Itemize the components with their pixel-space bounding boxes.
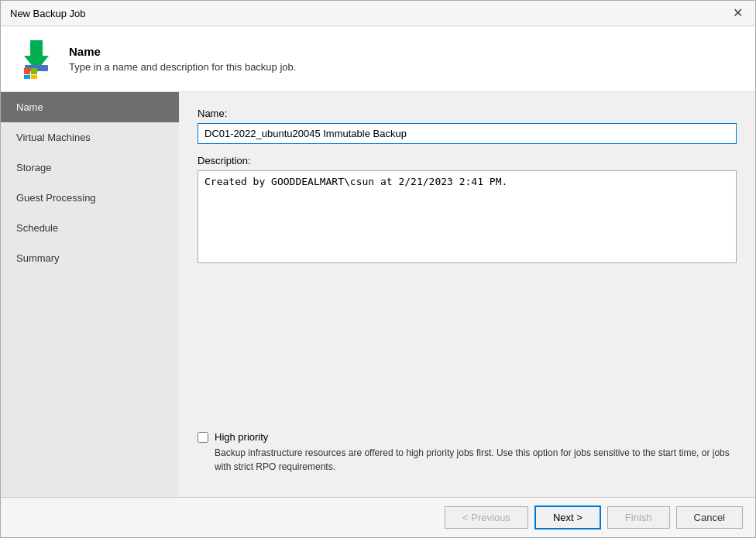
finish-button[interactable]: Finish xyxy=(607,506,670,529)
high-priority-checkbox[interactable] xyxy=(198,432,208,443)
next-button[interactable]: Next > xyxy=(534,505,601,529)
previous-button[interactable]: < Previous xyxy=(445,506,528,529)
sidebar-item-storage[interactable]: Storage xyxy=(1,152,179,183)
svg-rect-2 xyxy=(24,68,30,74)
new-backup-job-dialog: New Backup Job ✕ Name Type in a name and… xyxy=(0,0,756,538)
description-field-label: Description: xyxy=(198,155,737,166)
svg-rect-4 xyxy=(24,75,30,79)
sidebar-item-summary[interactable]: Summary xyxy=(1,243,179,273)
sidebar-item-virtual-machines[interactable]: Virtual Machines xyxy=(1,122,179,152)
content-area: Name Virtual Machines Storage Guest Proc… xyxy=(1,92,755,497)
main-panel: Name: Description: High priority Backup … xyxy=(179,92,755,497)
high-priority-label[interactable]: High priority xyxy=(215,431,268,443)
svg-rect-3 xyxy=(31,68,37,74)
sidebar-item-guest-processing[interactable]: Guest Processing xyxy=(1,183,179,213)
svg-rect-5 xyxy=(31,75,37,79)
title-bar: New Backup Job ✕ xyxy=(1,1,755,26)
dialog-title: New Backup Job xyxy=(10,8,86,19)
header-text: Name Type in a name and description for … xyxy=(69,45,296,73)
sidebar-item-schedule[interactable]: Schedule xyxy=(1,213,179,243)
header-area: Name Type in a name and description for … xyxy=(1,26,755,92)
close-button[interactable]: ✕ xyxy=(730,7,746,19)
name-input[interactable] xyxy=(198,123,737,144)
description-textarea[interactable] xyxy=(198,170,737,263)
header-title: Name xyxy=(69,45,296,58)
header-subtitle: Type in a name and description for this … xyxy=(69,61,296,73)
name-field-label: Name: xyxy=(198,108,737,119)
cancel-button[interactable]: Cancel xyxy=(676,506,743,529)
veeam-icon xyxy=(16,39,57,79)
footer: < Previous Next > Finish Cancel xyxy=(1,497,755,537)
sidebar: Name Virtual Machines Storage Guest Proc… xyxy=(1,92,179,497)
sidebar-item-name[interactable]: Name xyxy=(1,92,179,122)
high-priority-row: High priority xyxy=(198,431,737,443)
high-priority-description: Backup infrastructure resources are offe… xyxy=(198,446,737,474)
high-priority-area: High priority Backup infrastructure reso… xyxy=(198,431,737,474)
